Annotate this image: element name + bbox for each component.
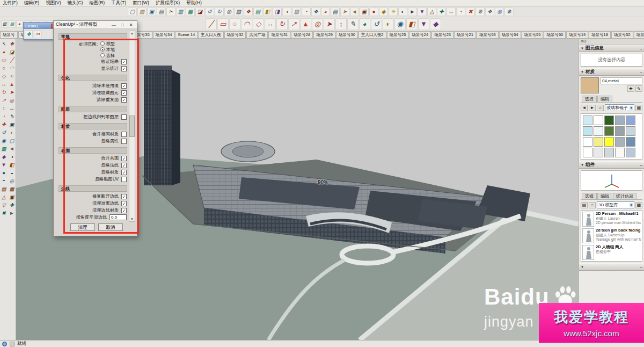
menu-item[interactable]: 视图(V) xyxy=(46,0,61,6)
toolbar-icon[interactable]: ◕ xyxy=(16,20,23,28)
in-model-icon[interactable]: ⌂ xyxy=(589,202,596,208)
scope-radio-option[interactable]: 选择 xyxy=(100,53,127,58)
scene-tab[interactable]: 场景号31 xyxy=(268,31,290,38)
scene-tab[interactable]: 主入口人视2 xyxy=(358,31,386,38)
list-icon[interactable]: ▤ xyxy=(581,202,588,208)
toolbar-icon[interactable]: ◎ xyxy=(312,18,323,30)
toolbar-icon[interactable]: ◐ xyxy=(383,18,394,30)
toolbar-icon[interactable]: ↻ xyxy=(276,18,288,30)
tool-icon[interactable]: ↔ xyxy=(0,80,8,88)
menu-item[interactable]: 工具(T) xyxy=(111,0,126,6)
toolbar-icon[interactable]: ▲ xyxy=(300,18,311,30)
toolbar-icon[interactable]: ◆ xyxy=(379,8,388,16)
toolbar-icon[interactable]: ◪ xyxy=(195,8,204,16)
tool-icon[interactable]: ▩ xyxy=(0,144,8,153)
tool-icon[interactable]: ◄ xyxy=(8,144,16,153)
material-swatch[interactable] xyxy=(626,148,635,157)
material-swatch[interactable] xyxy=(626,137,635,147)
material-swatch[interactable] xyxy=(583,126,592,136)
material-name-field[interactable]: 04,metal xyxy=(601,77,642,84)
toolbar-icon[interactable]: ▼ xyxy=(418,18,429,30)
tool-icon[interactable]: ▲ xyxy=(8,80,16,88)
tool-icon[interactable]: ✚ xyxy=(0,120,8,128)
back-icon[interactable]: ◄ xyxy=(581,105,588,111)
dialog-titlebar[interactable]: CleanUp³ - 清理模型 — □ ✕ xyxy=(54,21,137,29)
tool-icon[interactable]: ◪ xyxy=(8,48,16,56)
tool-icon[interactable]: ▣ xyxy=(8,120,16,128)
option-row[interactable]: 清除重复面✓ xyxy=(58,96,127,103)
tool-icon[interactable]: ✖ xyxy=(0,209,8,217)
tool-icon[interactable]: ↔ xyxy=(8,104,16,112)
toolbar-icon[interactable]: ▧ xyxy=(1,20,8,28)
create-material-icon[interactable]: ✚ xyxy=(627,85,634,92)
toolbar-icon[interactable]: ✖ xyxy=(466,8,475,16)
option-row[interactable]: 把边线归到零图层 xyxy=(58,113,127,120)
scene-tab[interactable]: 滨河广场 xyxy=(246,31,268,38)
tool-icon[interactable]: ✚ xyxy=(8,201,16,209)
toolbar-icon[interactable]: ▦ xyxy=(186,8,195,16)
tool-icon[interactable]: ▤ xyxy=(0,185,8,193)
tool-icon[interactable]: ≈ xyxy=(8,72,16,80)
toolbar-icon[interactable]: ↔ xyxy=(447,8,456,16)
component-list-item[interactable]: 2D Person - Michael#1 创建人 Lauren 2D pers… xyxy=(582,212,641,227)
scrollbar-thumb[interactable] xyxy=(129,115,135,137)
toolbar-icon[interactable]: ↻ xyxy=(215,8,224,16)
materials-tab[interactable]: 编辑 xyxy=(597,96,612,102)
material-swatch[interactable] xyxy=(604,115,614,125)
option-row[interactable]: 合并共面✓ xyxy=(58,155,127,162)
material-swatch[interactable] xyxy=(594,148,603,157)
tool-icon[interactable]: ▢ xyxy=(8,136,16,144)
toolbar-icon[interactable]: ▼ xyxy=(418,8,427,16)
component-preview[interactable] xyxy=(581,170,642,191)
details-icon[interactable]: ▦ xyxy=(635,105,642,111)
tool-icon[interactable]: ✎ xyxy=(8,112,16,120)
toolbar-icon[interactable]: ↺ xyxy=(205,8,214,16)
option-row[interactable]: 清理游离边线✓ xyxy=(58,200,127,207)
tool-icon[interactable]: ◉ xyxy=(0,136,8,144)
option-row[interactable]: 清理隐藏图元✓ xyxy=(58,89,127,96)
option-row[interactable]: 修复断开边线✓ xyxy=(58,193,127,200)
material-swatch[interactable] xyxy=(583,137,592,147)
materials-tab[interactable]: 选择 xyxy=(582,96,597,102)
toolbar-icon[interactable]: ◎ xyxy=(224,8,233,16)
toolbar-icon[interactable]: ➤ xyxy=(340,8,349,16)
collapse-icon[interactable]: – xyxy=(640,163,642,168)
tool-icon[interactable]: ↗ xyxy=(0,96,8,104)
scene-tab[interactable]: 场景号30 xyxy=(336,31,358,38)
menu-item[interactable]: 帮助(H) xyxy=(186,0,202,6)
toolbar-icon[interactable]: ◎ xyxy=(495,8,504,16)
material-swatch[interactable] xyxy=(594,137,603,147)
toolbar-icon[interactable]: ◕ xyxy=(359,18,370,30)
menu-item[interactable]: 文件(F) xyxy=(3,0,18,6)
material-swatch[interactable] xyxy=(626,115,635,125)
tool-icon[interactable]: ● xyxy=(0,169,8,177)
dialog-scrollbar[interactable]: ▲ ▼ xyxy=(129,31,135,222)
tool-icon[interactable]: ◕ xyxy=(0,48,8,56)
option-row[interactable]: 忽略材质✓ xyxy=(58,169,127,176)
toolbar-icon[interactable]: ❖ xyxy=(25,30,33,38)
material-swatch[interactable] xyxy=(583,148,592,157)
paint-sample-icon[interactable]: ✎ xyxy=(635,85,642,92)
option-row[interactable]: 合并相同材质 xyxy=(58,131,127,138)
components-tab[interactable]: 编辑 xyxy=(597,193,612,199)
scroll-up-icon[interactable]: ▲ xyxy=(130,31,134,35)
tool-icon[interactable]: ◒ xyxy=(8,169,16,177)
scene-tab[interactable]: 场景号28 xyxy=(291,31,313,38)
option-row[interactable]: 显示统计✓ xyxy=(58,65,127,72)
toolbar-icon[interactable]: ▤ xyxy=(157,8,166,16)
material-swatch[interactable] xyxy=(615,126,625,136)
tool-icon[interactable]: ◧ xyxy=(8,161,16,169)
mini-window-titlebar[interactable]: CleanU... ✕ xyxy=(24,23,57,29)
tool-icon[interactable]: ❖ xyxy=(8,40,16,48)
cleanup-mini-window[interactable]: CleanU... ✕ ❖✂ xyxy=(23,22,57,40)
toolbar-icon[interactable]: ▣ xyxy=(147,8,156,16)
toolbar-icon[interactable]: ◉ xyxy=(394,18,406,30)
option-row[interactable]: 忽略法线✓ xyxy=(58,162,127,169)
scene-tab[interactable]: Scene 14 xyxy=(175,31,197,38)
scope-radio-option[interactable]: ●本地 xyxy=(100,47,127,52)
toolbar-icon[interactable]: ▨ xyxy=(137,8,147,16)
menu-item[interactable]: 镜头(C) xyxy=(68,0,83,6)
scene-tab[interactable]: 场景号24 xyxy=(409,31,431,38)
toolbar-icon[interactable]: ↕ xyxy=(335,18,347,30)
toolbar-icon[interactable]: ◨ xyxy=(273,8,282,16)
